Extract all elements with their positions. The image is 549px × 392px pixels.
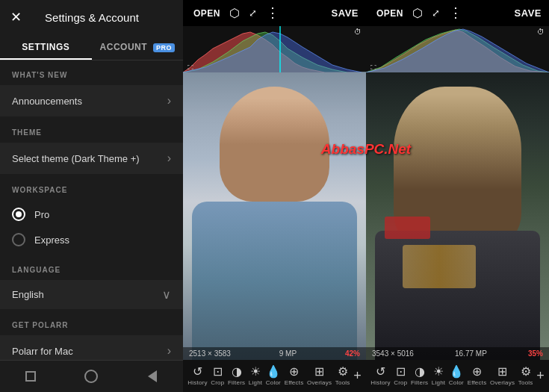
middle-share-icon[interactable]: ⬡ — [229, 6, 240, 20]
middle-photo — [183, 72, 366, 360]
tab-account[interactable]: ACCOUNT PRO — [92, 34, 184, 60]
tools-label: Tools — [335, 379, 350, 386]
filters-label: Filters — [228, 379, 245, 386]
middle-open-button[interactable]: OPEN — [190, 7, 223, 20]
right-light-label: Light — [432, 379, 445, 386]
filters-icon: ◑ — [232, 366, 242, 378]
tool-add[interactable]: + — [353, 368, 362, 384]
middle-editor-header: OPEN ⬡ ⤢ ⋮ SAVE — [183, 0, 366, 26]
middle-editor-panel: OPEN ⬡ ⤢ ⋮ SAVE ⏱ — [183, 0, 366, 392]
right-tools-icon: ⚙ — [521, 366, 531, 378]
bottom-navigation — [0, 360, 183, 392]
right-tool-effects[interactable]: ⊕ Effects — [468, 366, 487, 386]
add-icon: + — [353, 368, 362, 384]
nav-back-button[interactable] — [144, 368, 161, 385]
histogram-svg — [183, 26, 366, 72]
right-add-icon: + — [536, 368, 545, 384]
right-color-label: Color — [449, 379, 464, 386]
right-overlays-label: Overlays — [490, 379, 515, 386]
close-button[interactable]: ✕ — [10, 9, 22, 25]
right-save-button[interactable]: SAVE — [515, 7, 542, 19]
right-toolbar: ↺ History ⊡ Crop ◑ Filters ☀ Light 💧 Col… — [366, 360, 549, 392]
crop-icon: ⊡ — [213, 366, 223, 378]
tool-tools[interactable]: ⚙ Tools — [335, 366, 350, 386]
right-light-icon: ☀ — [433, 366, 444, 378]
history-label: History — [187, 379, 207, 386]
tool-overlays[interactable]: ⊞ Overlays — [307, 366, 332, 386]
overlays-icon: ⊞ — [314, 366, 324, 378]
middle-image-area: 2513 × 3583 9 MP 42% — [183, 72, 366, 360]
tool-effects[interactable]: ⊕ Effects — [285, 366, 304, 386]
polarr-mac-item[interactable]: Polarr for Mac › — [0, 335, 183, 360]
right-share-icon[interactable]: ⬡ — [412, 6, 423, 20]
effects-label: Effects — [285, 379, 304, 386]
right-expand-arrows-icon[interactable]: ⛶ — [370, 64, 376, 71]
section-whats-new: WHAT'S NEW — [0, 60, 183, 84]
right-photo — [366, 72, 549, 360]
middle-header-right: SAVE — [332, 7, 359, 19]
right-overlays-icon: ⊞ — [497, 366, 507, 378]
right-expand-icon[interactable]: ⤢ — [432, 7, 440, 19]
middle-more-icon[interactable]: ⋮ — [266, 10, 279, 16]
section-get-polarr: GET POLARR — [0, 311, 183, 334]
announcements-item[interactable]: Announcements › — [0, 85, 183, 116]
pro-badge: PRO — [153, 43, 175, 52]
workspace-express-label: Express — [34, 234, 69, 246]
right-crop-icon: ⊡ — [396, 366, 406, 378]
overlays-label: Overlays — [307, 379, 332, 386]
nav-square-button[interactable] — [22, 368, 39, 385]
middle-toolbar: ↺ History ⊡ Crop ◑ Filters ☀ Light 💧 Col… — [183, 360, 366, 392]
tabs-row: SETTINGS ACCOUNT PRO — [0, 34, 183, 60]
right-tool-color[interactable]: 💧 Color — [449, 366, 464, 386]
tool-light[interactable]: ☀ Light — [249, 366, 262, 386]
middle-expand-icon[interactable]: ⤢ — [249, 7, 257, 19]
section-language: LANGUAGE — [0, 255, 183, 279]
right-color-icon: 💧 — [449, 366, 464, 378]
right-photo-dimensions: 3543 × 5016 — [372, 349, 414, 358]
settings-title: Settings & Account — [34, 11, 150, 24]
right-histogram-clock-icon[interactable]: ⏱ — [537, 28, 545, 36]
right-header-right: SAVE — [515, 7, 542, 19]
chevron-right-icon: › — [167, 344, 171, 358]
middle-photo-zoom: 42% — [345, 349, 360, 358]
middle-save-button[interactable]: SAVE — [332, 7, 359, 19]
tool-history[interactable]: ↺ History — [187, 366, 207, 386]
right-tool-history[interactable]: ↺ History — [370, 366, 390, 386]
middle-header-icons: ⬡ ⤢ ⋮ — [229, 6, 279, 20]
dropdown-arrow-icon: ∨ — [162, 287, 171, 302]
right-tool-crop[interactable]: ⊡ Crop — [394, 366, 407, 386]
workspace-pro-option[interactable]: Pro — [0, 202, 183, 227]
right-more-icon[interactable]: ⋮ — [449, 10, 462, 16]
right-tool-overlays[interactable]: ⊞ Overlays — [490, 366, 515, 386]
language-value: English — [12, 289, 162, 300]
square-icon — [25, 371, 36, 382]
nav-circle-button[interactable] — [83, 368, 99, 385]
right-open-button[interactable]: OPEN — [373, 7, 406, 20]
right-crop-label: Crop — [394, 379, 407, 386]
tab-settings[interactable]: SETTINGS — [0, 34, 92, 60]
right-editor-header: OPEN ⬡ ⤢ ⋮ SAVE — [366, 0, 549, 26]
effects-icon: ⊕ — [289, 366, 299, 378]
histogram-clock-icon[interactable]: ⏱ — [354, 28, 362, 36]
light-icon: ☀ — [250, 366, 261, 378]
right-tool-filters[interactable]: ◑ Filters — [411, 366, 428, 386]
tool-color[interactable]: 💧 Color — [266, 366, 281, 386]
settings-panel: ✕ Settings & Account SETTINGS ACCOUNT PR… — [0, 0, 183, 392]
right-tool-add[interactable]: + — [536, 368, 545, 384]
theme-item[interactable]: Select theme (Dark Theme +) › — [0, 143, 183, 174]
section-workspace: WORKSPACE — [0, 175, 183, 199]
chevron-right-icon: › — [167, 94, 171, 108]
section-theme: THEME — [0, 118, 183, 141]
expand-arrows-icon[interactable]: ⛶ — [187, 64, 193, 71]
crop-label: Crop — [211, 379, 224, 386]
right-histogram: ⏱ ⛶ — [366, 26, 549, 72]
tool-filters[interactable]: ◑ Filters — [228, 366, 245, 386]
right-tool-light[interactable]: ☀ Light — [432, 366, 445, 386]
right-history-label: History — [370, 379, 390, 386]
right-tool-tools[interactable]: ⚙ Tools — [518, 366, 533, 386]
right-histogram-svg — [366, 26, 549, 72]
radio-express-indicator — [12, 233, 25, 246]
workspace-express-option[interactable]: Express — [0, 227, 183, 252]
language-dropdown[interactable]: English ∨ — [0, 280, 183, 309]
tool-crop[interactable]: ⊡ Crop — [211, 366, 224, 386]
